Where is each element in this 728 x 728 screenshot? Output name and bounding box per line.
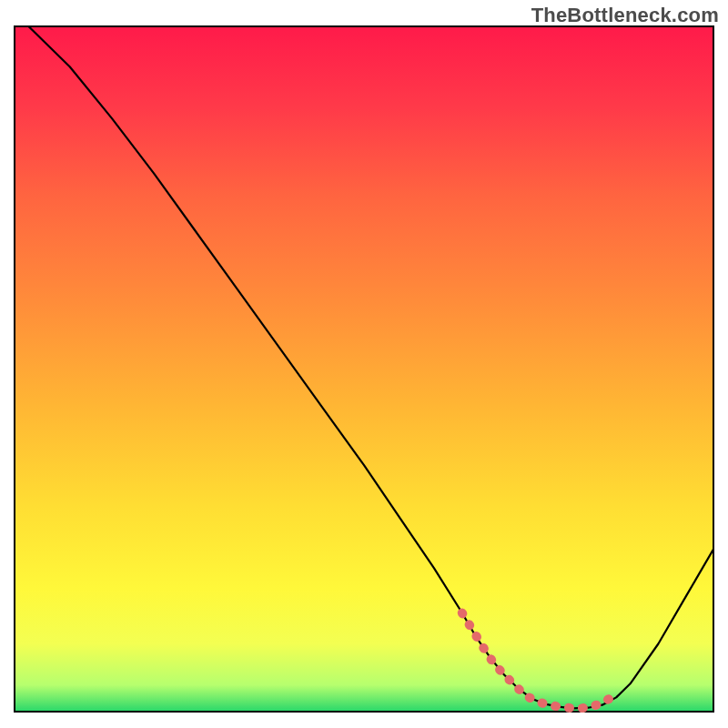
chart-svg [14,25,714,713]
chart-container: TheBottleneck.com [0,0,728,728]
watermark-text: TheBottleneck.com [531,4,719,27]
plot-frame [14,25,714,713]
